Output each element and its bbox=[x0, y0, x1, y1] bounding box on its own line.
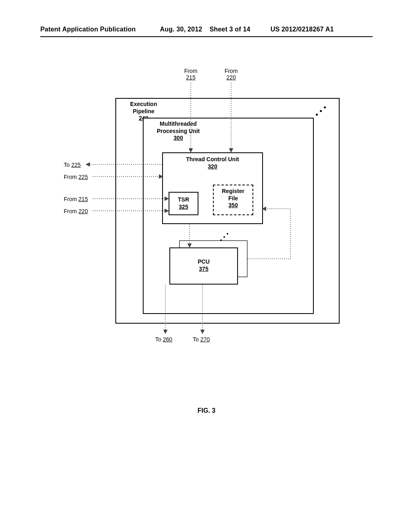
connectors bbox=[40, 68, 355, 350]
page-header: Patent Application Publication Aug. 30, … bbox=[40, 26, 373, 33]
sheet-indicator: Sheet 3 of 14 bbox=[209, 26, 250, 33]
publication-label: Patent Application Publication bbox=[40, 26, 136, 33]
header-rule bbox=[40, 36, 373, 37]
publication-number: US 2012/0218267 A1 bbox=[271, 26, 334, 33]
diagram: From 215 From 220 Execution Pipeline 240… bbox=[40, 68, 355, 350]
figure-label: FIG. 3 bbox=[0, 407, 413, 414]
publication-date: Aug. 30, 2012 bbox=[160, 26, 202, 33]
